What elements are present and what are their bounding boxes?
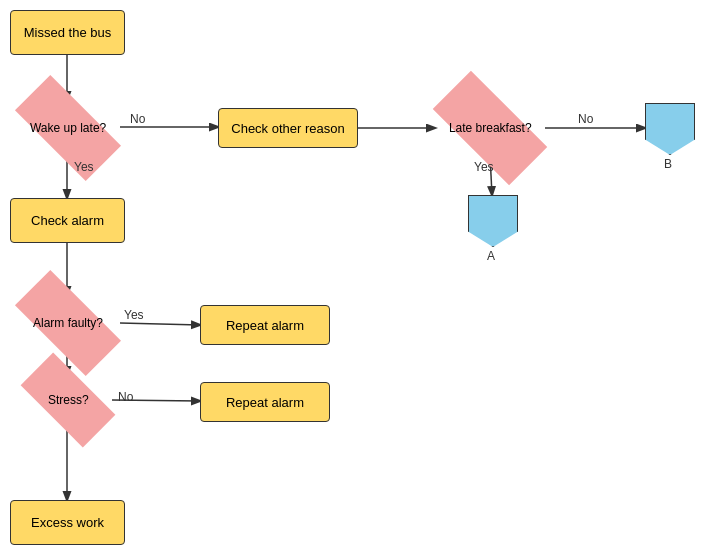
off-page-a-node [468, 195, 518, 247]
missed-bus-node: Missed the bus [10, 10, 125, 55]
yes-label-alarm: Yes [124, 308, 144, 322]
stress-node: Stress? [21, 353, 116, 448]
no-label-stress: No [118, 390, 133, 404]
stress-label: Stress? [48, 393, 89, 407]
missed-bus-label: Missed the bus [24, 25, 111, 40]
off-page-b-node [645, 103, 695, 155]
no-label-late: No [578, 112, 593, 126]
no-label-wake: No [130, 112, 145, 126]
check-other-reason-node: Check other reason [218, 108, 358, 148]
wake-up-late-node: Wake up late? [15, 75, 121, 181]
repeat-alarm-2-label: Repeat alarm [226, 395, 304, 410]
check-other-reason-label: Check other reason [231, 121, 344, 136]
check-alarm-node: Check alarm [10, 198, 125, 243]
excess-work-node: Excess work [10, 500, 125, 545]
repeat-alarm-1-label: Repeat alarm [226, 318, 304, 333]
excess-work-label: Excess work [31, 515, 104, 530]
yes-label-late: Yes [474, 160, 494, 174]
wake-up-late-label: Wake up late? [30, 121, 106, 135]
late-breakfast-label: Late breakfast? [449, 121, 532, 135]
alarm-faulty-label: Alarm faulty? [33, 316, 103, 330]
svg-line-7 [120, 323, 200, 325]
flowchart: Missed the bus Wake up late? Check other… [0, 0, 706, 553]
alarm-faulty-node: Alarm faulty? [15, 270, 121, 376]
check-alarm-label: Check alarm [31, 213, 104, 228]
b-label: B [664, 157, 672, 171]
arrows-layer [0, 0, 706, 553]
yes-label-wake: Yes [74, 160, 94, 174]
a-label: A [487, 249, 495, 263]
repeat-alarm-2-node: Repeat alarm [200, 382, 330, 422]
repeat-alarm-1-node: Repeat alarm [200, 305, 330, 345]
